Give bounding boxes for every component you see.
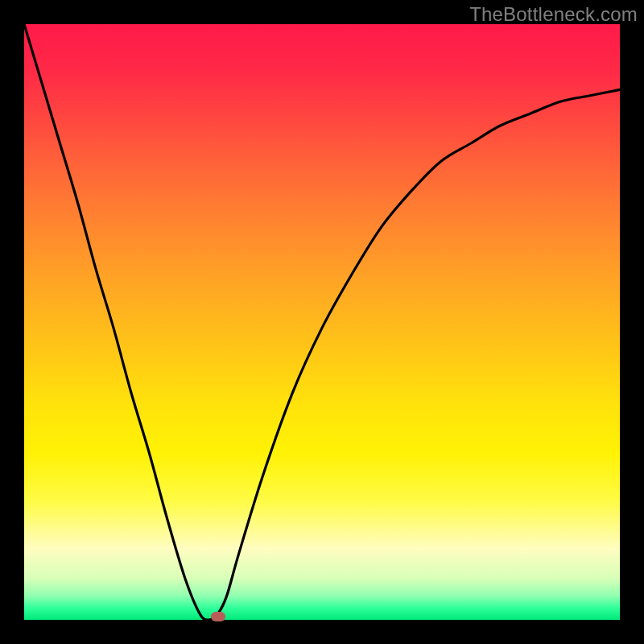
plot-area (24, 24, 620, 620)
bottleneck-curve (24, 24, 620, 620)
optimum-marker (211, 612, 225, 621)
chart-frame: TheBottleneck.com (0, 0, 644, 644)
watermark-text: TheBottleneck.com (469, 3, 638, 26)
